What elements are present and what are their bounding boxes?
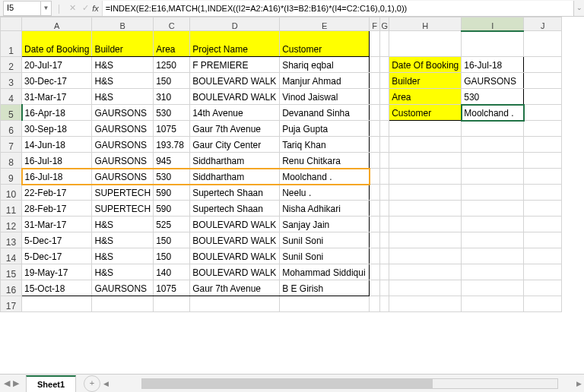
cell[interactable] — [462, 121, 524, 137]
cell[interactable]: 16-Apr-18 — [22, 105, 92, 121]
cell[interactable] — [190, 296, 280, 312]
tab-nav-icon[interactable]: ◀ ▶ — [0, 378, 23, 388]
cell[interactable] — [524, 232, 562, 248]
cell[interactable]: Sunil Soni — [280, 232, 370, 248]
col-header[interactable]: D — [190, 17, 280, 31]
cell[interactable] — [380, 89, 389, 105]
cell[interactable]: 28-Feb-17 — [22, 201, 92, 217]
cell[interactable]: SUPERTECH — [92, 185, 154, 201]
cell[interactable] — [380, 73, 389, 89]
cell[interactable] — [389, 280, 462, 296]
cell[interactable]: 590 — [154, 201, 190, 217]
cell[interactable] — [462, 280, 524, 296]
cell[interactable] — [370, 57, 380, 73]
cell[interactable]: Neelu . — [280, 185, 370, 201]
cell[interactable] — [380, 264, 389, 280]
cell[interactable]: 530 — [154, 169, 190, 185]
col-header[interactable]: G — [380, 17, 389, 31]
select-all-corner[interactable] — [1, 17, 22, 31]
col-header[interactable]: A — [22, 17, 92, 31]
cell[interactable]: 14th Avenue — [190, 105, 280, 121]
cell[interactable] — [370, 137, 380, 153]
row-header[interactable]: 17 — [1, 296, 22, 312]
row-header[interactable]: 16 — [1, 280, 22, 296]
cell[interactable]: Siddhartham — [190, 153, 280, 169]
cell[interactable]: Gaur 7th Avenue — [190, 121, 280, 137]
cell[interactable]: H&S — [92, 57, 154, 73]
cell[interactable]: 1075 — [154, 280, 190, 296]
row-header[interactable]: 3 — [1, 73, 22, 89]
cell[interactable]: 150 — [154, 248, 190, 264]
cell[interactable]: 31-Mar-17 — [22, 89, 92, 105]
cell[interactable]: H&S — [92, 232, 154, 248]
sheet-tab[interactable]: Sheet1 — [26, 375, 76, 392]
cell[interactable]: H&S — [92, 217, 154, 232]
cell[interactable] — [380, 201, 389, 217]
horizontal-scrollbar[interactable] — [141, 378, 558, 389]
cell[interactable]: BOULEVARD WALK — [190, 232, 280, 248]
cell[interactable] — [370, 201, 380, 217]
cell[interactable] — [370, 264, 380, 280]
cell[interactable] — [380, 121, 389, 137]
cell[interactable]: 16-Jul-18 — [22, 169, 92, 185]
col-header[interactable]: B — [92, 17, 154, 31]
cell[interactable]: Supertech Shaan — [190, 185, 280, 201]
cell[interactable]: 20-Jul-17 — [22, 57, 92, 73]
cell[interactable] — [524, 153, 562, 169]
row-header[interactable]: 4 — [1, 89, 22, 105]
formula-input[interactable] — [102, 1, 573, 16]
cell[interactable] — [524, 280, 562, 296]
cell[interactable] — [524, 185, 562, 201]
scroll-right-icon[interactable]: ▶ — [573, 380, 584, 387]
cell[interactable] — [380, 169, 389, 185]
cell[interactable]: 193.78 — [154, 137, 190, 153]
cell[interactable]: 14-Jun-18 — [22, 137, 92, 153]
cell[interactable] — [370, 89, 380, 105]
cell[interactable] — [380, 153, 389, 169]
cell[interactable] — [462, 232, 524, 248]
cell[interactable]: Tariq Khan — [280, 137, 370, 153]
cell[interactable] — [370, 121, 380, 137]
cell[interactable]: H&S — [92, 264, 154, 280]
cell[interactable]: Vinod Jaiswal — [280, 89, 370, 105]
cell[interactable]: GAURSONS — [92, 105, 154, 121]
cell[interactable] — [380, 248, 389, 264]
cell[interactable]: GAURSONS — [92, 153, 154, 169]
add-sheet-button[interactable]: + — [84, 375, 100, 392]
cell[interactable] — [370, 232, 380, 248]
cell[interactable] — [370, 296, 380, 312]
cell[interactable]: Gaur 7th Avenue — [190, 280, 280, 296]
cell[interactable]: BOULEVARD WALK — [190, 217, 280, 232]
cell[interactable] — [380, 31, 389, 57]
cell[interactable] — [524, 169, 562, 185]
col-header[interactable]: C — [154, 17, 190, 31]
name-box[interactable]: I5 — [3, 1, 41, 16]
cell[interactable] — [524, 264, 562, 280]
row-header[interactable]: 2 — [1, 57, 22, 73]
cell[interactable]: BOULEVARD WALK — [190, 264, 280, 280]
cell[interactable]: Supertech Shaan — [190, 201, 280, 217]
fx-icon[interactable]: fx — [92, 4, 99, 13]
cell[interactable] — [524, 201, 562, 217]
cell[interactable] — [389, 185, 462, 201]
cell[interactable] — [370, 169, 380, 185]
col-header[interactable]: H — [389, 17, 462, 31]
cell[interactable] — [524, 57, 562, 73]
cell[interactable] — [524, 248, 562, 264]
cell[interactable] — [524, 31, 562, 57]
cell[interactable] — [380, 232, 389, 248]
cell[interactable] — [92, 296, 154, 312]
cell[interactable]: H&S — [92, 73, 154, 89]
row-header[interactable]: 12 — [1, 217, 22, 232]
row-header[interactable]: 11 — [1, 201, 22, 217]
col-header[interactable]: I — [462, 17, 524, 31]
cell[interactable]: Manjur Ahmad — [280, 73, 370, 89]
cell[interactable] — [462, 153, 524, 169]
cell[interactable]: Nisha Adhikari — [280, 201, 370, 217]
cell[interactable] — [380, 296, 389, 312]
cell[interactable]: 530 — [154, 105, 190, 121]
cell[interactable]: 945 — [154, 153, 190, 169]
cell[interactable] — [462, 296, 524, 312]
cell[interactable]: GAURSONS — [92, 280, 154, 296]
cell[interactable] — [524, 296, 562, 312]
